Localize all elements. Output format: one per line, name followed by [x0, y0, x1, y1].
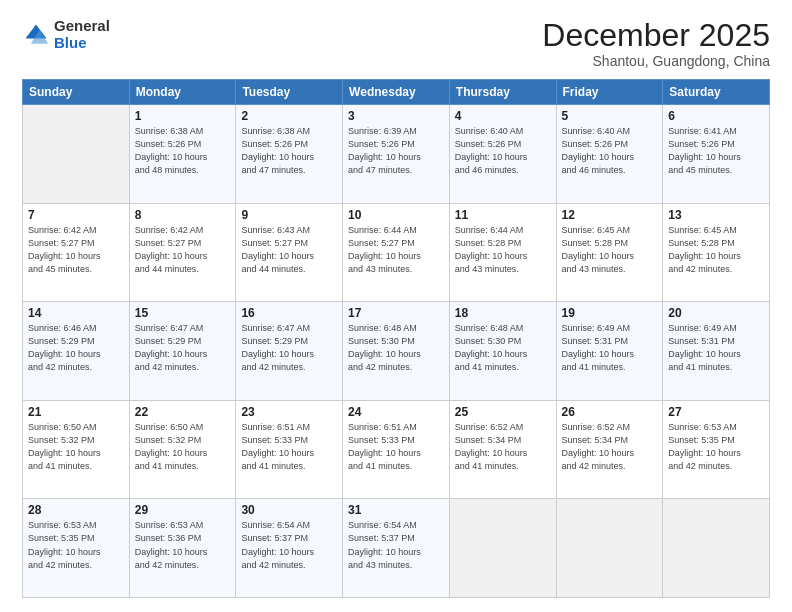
- weekday-header-row: SundayMondayTuesdayWednesdayThursdayFrid…: [23, 80, 770, 105]
- calendar-cell: 24Sunrise: 6:51 AMSunset: 5:33 PMDayligh…: [343, 400, 450, 499]
- day-number: 18: [455, 306, 551, 320]
- calendar-cell: 28Sunrise: 6:53 AMSunset: 5:35 PMDayligh…: [23, 499, 130, 598]
- calendar-cell: 11Sunrise: 6:44 AMSunset: 5:28 PMDayligh…: [449, 203, 556, 302]
- calendar-cell: 6Sunrise: 6:41 AMSunset: 5:26 PMDaylight…: [663, 105, 770, 204]
- logo-general-text: General: [54, 18, 110, 35]
- calendar-cell: 14Sunrise: 6:46 AMSunset: 5:29 PMDayligh…: [23, 302, 130, 401]
- cell-info: Sunrise: 6:42 AMSunset: 5:27 PMDaylight:…: [135, 224, 231, 276]
- cell-info: Sunrise: 6:44 AMSunset: 5:27 PMDaylight:…: [348, 224, 444, 276]
- calendar-cell: 16Sunrise: 6:47 AMSunset: 5:29 PMDayligh…: [236, 302, 343, 401]
- cell-info: Sunrise: 6:53 AMSunset: 5:35 PMDaylight:…: [668, 421, 764, 473]
- title-block: December 2025 Shantou, Guangdong, China: [542, 18, 770, 69]
- logo-blue-text: Blue: [54, 35, 110, 52]
- weekday-header-sunday: Sunday: [23, 80, 130, 105]
- calendar-cell: 9Sunrise: 6:43 AMSunset: 5:27 PMDaylight…: [236, 203, 343, 302]
- cell-info: Sunrise: 6:40 AMSunset: 5:26 PMDaylight:…: [562, 125, 658, 177]
- day-number: 25: [455, 405, 551, 419]
- day-number: 17: [348, 306, 444, 320]
- calendar-cell: 20Sunrise: 6:49 AMSunset: 5:31 PMDayligh…: [663, 302, 770, 401]
- day-number: 2: [241, 109, 337, 123]
- day-number: 22: [135, 405, 231, 419]
- calendar-cell: 1Sunrise: 6:38 AMSunset: 5:26 PMDaylight…: [129, 105, 236, 204]
- calendar-cell: 4Sunrise: 6:40 AMSunset: 5:26 PMDaylight…: [449, 105, 556, 204]
- cell-info: Sunrise: 6:54 AMSunset: 5:37 PMDaylight:…: [348, 519, 444, 571]
- day-number: 8: [135, 208, 231, 222]
- calendar-cell: [23, 105, 130, 204]
- day-number: 1: [135, 109, 231, 123]
- cell-info: Sunrise: 6:47 AMSunset: 5:29 PMDaylight:…: [135, 322, 231, 374]
- cell-info: Sunrise: 6:48 AMSunset: 5:30 PMDaylight:…: [455, 322, 551, 374]
- day-number: 13: [668, 208, 764, 222]
- logo: General Blue: [22, 18, 110, 51]
- cell-info: Sunrise: 6:47 AMSunset: 5:29 PMDaylight:…: [241, 322, 337, 374]
- cell-info: Sunrise: 6:51 AMSunset: 5:33 PMDaylight:…: [348, 421, 444, 473]
- calendar-cell: [556, 499, 663, 598]
- calendar-table: SundayMondayTuesdayWednesdayThursdayFrid…: [22, 79, 770, 598]
- calendar-cell: 8Sunrise: 6:42 AMSunset: 5:27 PMDaylight…: [129, 203, 236, 302]
- day-number: 5: [562, 109, 658, 123]
- calendar-cell: 23Sunrise: 6:51 AMSunset: 5:33 PMDayligh…: [236, 400, 343, 499]
- weekday-header-saturday: Saturday: [663, 80, 770, 105]
- day-number: 7: [28, 208, 124, 222]
- cell-info: Sunrise: 6:44 AMSunset: 5:28 PMDaylight:…: [455, 224, 551, 276]
- day-number: 26: [562, 405, 658, 419]
- day-number: 19: [562, 306, 658, 320]
- calendar-cell: 13Sunrise: 6:45 AMSunset: 5:28 PMDayligh…: [663, 203, 770, 302]
- location-subtitle: Shantou, Guangdong, China: [542, 53, 770, 69]
- calendar-cell: 5Sunrise: 6:40 AMSunset: 5:26 PMDaylight…: [556, 105, 663, 204]
- cell-info: Sunrise: 6:46 AMSunset: 5:29 PMDaylight:…: [28, 322, 124, 374]
- calendar-week-3: 14Sunrise: 6:46 AMSunset: 5:29 PMDayligh…: [23, 302, 770, 401]
- day-number: 31: [348, 503, 444, 517]
- calendar-cell: 17Sunrise: 6:48 AMSunset: 5:30 PMDayligh…: [343, 302, 450, 401]
- calendar-cell: [449, 499, 556, 598]
- logo-icon: [22, 21, 50, 49]
- calendar-week-1: 1Sunrise: 6:38 AMSunset: 5:26 PMDaylight…: [23, 105, 770, 204]
- weekday-header-friday: Friday: [556, 80, 663, 105]
- calendar-cell: 7Sunrise: 6:42 AMSunset: 5:27 PMDaylight…: [23, 203, 130, 302]
- cell-info: Sunrise: 6:49 AMSunset: 5:31 PMDaylight:…: [668, 322, 764, 374]
- day-number: 28: [28, 503, 124, 517]
- calendar-cell: 27Sunrise: 6:53 AMSunset: 5:35 PMDayligh…: [663, 400, 770, 499]
- calendar-cell: 18Sunrise: 6:48 AMSunset: 5:30 PMDayligh…: [449, 302, 556, 401]
- cell-info: Sunrise: 6:41 AMSunset: 5:26 PMDaylight:…: [668, 125, 764, 177]
- cell-info: Sunrise: 6:51 AMSunset: 5:33 PMDaylight:…: [241, 421, 337, 473]
- calendar-body: 1Sunrise: 6:38 AMSunset: 5:26 PMDaylight…: [23, 105, 770, 598]
- cell-info: Sunrise: 6:50 AMSunset: 5:32 PMDaylight:…: [135, 421, 231, 473]
- weekday-header-tuesday: Tuesday: [236, 80, 343, 105]
- cell-info: Sunrise: 6:54 AMSunset: 5:37 PMDaylight:…: [241, 519, 337, 571]
- cell-info: Sunrise: 6:52 AMSunset: 5:34 PMDaylight:…: [562, 421, 658, 473]
- day-number: 21: [28, 405, 124, 419]
- weekday-header-thursday: Thursday: [449, 80, 556, 105]
- weekday-header-monday: Monday: [129, 80, 236, 105]
- cell-info: Sunrise: 6:53 AMSunset: 5:35 PMDaylight:…: [28, 519, 124, 571]
- day-number: 23: [241, 405, 337, 419]
- month-title: December 2025: [542, 18, 770, 53]
- cell-info: Sunrise: 6:38 AMSunset: 5:26 PMDaylight:…: [135, 125, 231, 177]
- calendar-cell: 2Sunrise: 6:38 AMSunset: 5:26 PMDaylight…: [236, 105, 343, 204]
- day-number: 10: [348, 208, 444, 222]
- calendar-cell: 31Sunrise: 6:54 AMSunset: 5:37 PMDayligh…: [343, 499, 450, 598]
- logo-text: General Blue: [54, 18, 110, 51]
- day-number: 4: [455, 109, 551, 123]
- calendar-cell: 25Sunrise: 6:52 AMSunset: 5:34 PMDayligh…: [449, 400, 556, 499]
- header: General Blue December 2025 Shantou, Guan…: [22, 18, 770, 69]
- cell-info: Sunrise: 6:45 AMSunset: 5:28 PMDaylight:…: [562, 224, 658, 276]
- day-number: 11: [455, 208, 551, 222]
- calendar-week-2: 7Sunrise: 6:42 AMSunset: 5:27 PMDaylight…: [23, 203, 770, 302]
- calendar-cell: 26Sunrise: 6:52 AMSunset: 5:34 PMDayligh…: [556, 400, 663, 499]
- calendar-cell: 3Sunrise: 6:39 AMSunset: 5:26 PMDaylight…: [343, 105, 450, 204]
- day-number: 27: [668, 405, 764, 419]
- day-number: 29: [135, 503, 231, 517]
- day-number: 6: [668, 109, 764, 123]
- page: General Blue December 2025 Shantou, Guan…: [0, 0, 792, 612]
- calendar-week-5: 28Sunrise: 6:53 AMSunset: 5:35 PMDayligh…: [23, 499, 770, 598]
- cell-info: Sunrise: 6:53 AMSunset: 5:36 PMDaylight:…: [135, 519, 231, 571]
- calendar-cell: 29Sunrise: 6:53 AMSunset: 5:36 PMDayligh…: [129, 499, 236, 598]
- calendar-header: SundayMondayTuesdayWednesdayThursdayFrid…: [23, 80, 770, 105]
- calendar-cell: 21Sunrise: 6:50 AMSunset: 5:32 PMDayligh…: [23, 400, 130, 499]
- day-number: 3: [348, 109, 444, 123]
- cell-info: Sunrise: 6:45 AMSunset: 5:28 PMDaylight:…: [668, 224, 764, 276]
- calendar-cell: 10Sunrise: 6:44 AMSunset: 5:27 PMDayligh…: [343, 203, 450, 302]
- cell-info: Sunrise: 6:52 AMSunset: 5:34 PMDaylight:…: [455, 421, 551, 473]
- cell-info: Sunrise: 6:48 AMSunset: 5:30 PMDaylight:…: [348, 322, 444, 374]
